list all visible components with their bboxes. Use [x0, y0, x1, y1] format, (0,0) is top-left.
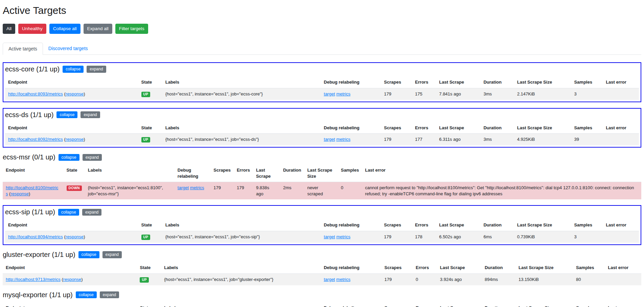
job-title: gluster-exporter (1/1 up) [3, 251, 75, 259]
collapse-button[interactable]: collapse [56, 111, 77, 118]
column-header-last-scrape: Last Scrape [436, 76, 480, 88]
debug-metrics-link[interactable]: metrics [190, 185, 204, 190]
state-cell: UP [138, 134, 162, 146]
debug-metrics-link[interactable]: metrics [336, 137, 350, 142]
samples-cell: 3 [571, 231, 603, 243]
expand-button[interactable]: expand [80, 111, 100, 118]
toolbar-button-expand-all[interactable]: Expand all [84, 24, 112, 34]
debug-target-link[interactable]: target [324, 91, 335, 96]
response-link[interactable]: response [66, 137, 84, 142]
samples-cell: 39 [571, 134, 603, 146]
last-scrape-size-cell: 4.925KiB [514, 134, 571, 146]
expand-button[interactable]: expand [100, 291, 119, 298]
collapse-button[interactable]: collapse [76, 291, 97, 298]
toolbar-button-unhealthy[interactable]: Unhealthy [18, 24, 46, 34]
debug-target-link[interactable]: target [178, 185, 189, 190]
collapse-button[interactable]: collapse [78, 251, 99, 258]
page: Active Targets AllUnhealthyCollapse allE… [0, 0, 644, 307]
toolbar-button-collapse-all[interactable]: Collapse all [49, 24, 80, 34]
endpoint-link[interactable]: http://localhost:9713/metrics [6, 277, 61, 282]
job-section-gluster-exporter: gluster-exporter (1/1 up)collapseexpandE… [3, 251, 641, 285]
debug-metrics-link[interactable]: metrics [336, 277, 350, 282]
column-header-samples: Samples [338, 165, 362, 182]
column-header-errors: Errors [412, 122, 436, 134]
job-title: mysql-exporter (1/1 up) [3, 291, 73, 299]
job-title: ecss-msr (0/1 up) [3, 153, 55, 161]
debug-target-link[interactable]: target [324, 137, 335, 142]
collapse-button[interactable]: collapse [59, 154, 79, 161]
expand-button[interactable]: expand [82, 209, 101, 216]
duration-cell: 3ms [480, 134, 514, 146]
last-scrape-cell: 6.502s ago [436, 231, 480, 243]
column-header-duration: Duration [482, 262, 515, 273]
column-header-samples: Samples [573, 302, 605, 307]
expand-button[interactable]: expand [87, 66, 106, 72]
debug-metrics-link[interactable]: metrics [336, 234, 350, 239]
column-header-last-error: Last error [605, 302, 641, 307]
column-header-duration: Duration [480, 76, 514, 88]
endpoint-link[interactable]: http://localhost:8094/metrics [8, 234, 63, 239]
job-section-ecss-core: ecss-core (1/1 up)collapseexpandEndpoint… [3, 62, 641, 102]
job-header: ecss-core (1/1 up)collapseexpand [5, 65, 639, 73]
toolbar: AllUnhealthyCollapse allExpand allFilter… [3, 24, 641, 34]
scrapes-cell: 179 [381, 88, 412, 100]
collapse-button[interactable]: collapse [63, 66, 84, 72]
last-error-cell [605, 273, 641, 285]
response-link[interactable]: response [66, 234, 84, 239]
column-header-last-scrape: Last Scrape [436, 219, 480, 231]
errors-cell: 177 [412, 134, 436, 146]
debug-target-link[interactable]: target [324, 234, 335, 239]
table-header-row: EndpointStateLabelsDebug relabelingScrap… [5, 76, 639, 88]
endpoint-cell: http://localhost:8094/metrics (response) [5, 231, 138, 243]
column-header-state: State [138, 219, 162, 231]
jobs-list: ecss-core (1/1 up)collapseexpandEndpoint… [3, 62, 641, 307]
response-link[interactable]: response [10, 191, 28, 196]
endpoint-link[interactable]: http://localhost:8093/metrics [8, 91, 63, 96]
expand-button[interactable]: expand [83, 154, 102, 161]
last-scrape-cell: 6.311s ago [436, 134, 480, 146]
expand-button[interactable]: expand [102, 251, 122, 258]
endpoint-link[interactable]: http://localhost:8092/metrics [8, 137, 63, 142]
column-header-errors: Errors [234, 165, 253, 182]
samples-cell: 80 [573, 273, 605, 285]
toolbar-button-filter-targets[interactable]: Filter targets [115, 24, 148, 34]
last-scrape-size-cell: 0.739KiB [514, 231, 571, 243]
state-cell: DOWN [64, 182, 85, 200]
toolbar-button-all[interactable]: All [3, 24, 15, 34]
target-row: http://localhost:9713/metrics (response)… [3, 273, 641, 285]
column-header-endpoint: Endpoint [3, 262, 137, 273]
samples-cell: 0 [338, 182, 362, 200]
column-header-scrapes: Scrapes [381, 219, 412, 231]
debug-target-link[interactable]: target [324, 277, 335, 282]
column-header-endpoint: Endpoint [5, 219, 138, 231]
duration-cell: 3ms [480, 88, 514, 100]
tab-active-targets[interactable]: Active targets [3, 43, 43, 55]
errors-cell: 0 [413, 273, 437, 285]
last-scrape-size-cell: never scraped [304, 182, 338, 200]
column-header-scrapes: Scrapes [382, 262, 413, 273]
collapse-button[interactable]: collapse [58, 209, 79, 216]
tab-discovered-targets[interactable]: Discovered targets [43, 43, 93, 54]
column-header-debug-relabeling: Debug relabeling [175, 165, 210, 182]
endpoint-cell: http://localhost:8093/metrics (response) [5, 88, 138, 100]
duration-cell: 2ms [280, 182, 304, 200]
last-error-cell: cannot perform request to "http://localh… [362, 182, 641, 200]
state-badge: UP [141, 137, 151, 142]
targets-table: EndpointStateLabelsDebug relabelingScrap… [3, 302, 641, 307]
response-link[interactable]: response [66, 91, 84, 96]
target-row: http://localhost:8100/metrics (response)… [3, 182, 641, 200]
job-title: ecss-sip (1/1 up) [5, 208, 55, 216]
column-header-debug-relabeling: Debug relabeling [321, 76, 381, 88]
response-link[interactable]: response [63, 277, 81, 282]
column-header-last-scrape-size: Last Scrape Size [514, 219, 571, 231]
targets-table: EndpointStateLabelsDebug relabelingScrap… [3, 262, 641, 285]
column-header-endpoint: Endpoint [5, 122, 138, 134]
table-header-row: EndpointStateLabelsDebug relabelingScrap… [5, 122, 639, 134]
debug-metrics-link[interactable]: metrics [336, 91, 350, 96]
debug-relabeling-cell: target metrics [321, 273, 381, 285]
column-header-errors: Errors [412, 219, 436, 231]
endpoint-cell: http://localhost:8092/metrics (response) [5, 134, 138, 146]
table-header-row: EndpointStateLabelsDebug relabelingScrap… [3, 302, 641, 307]
debug-relabeling-cell: target metrics [321, 134, 381, 146]
column-header-labels: Labels [162, 76, 321, 88]
